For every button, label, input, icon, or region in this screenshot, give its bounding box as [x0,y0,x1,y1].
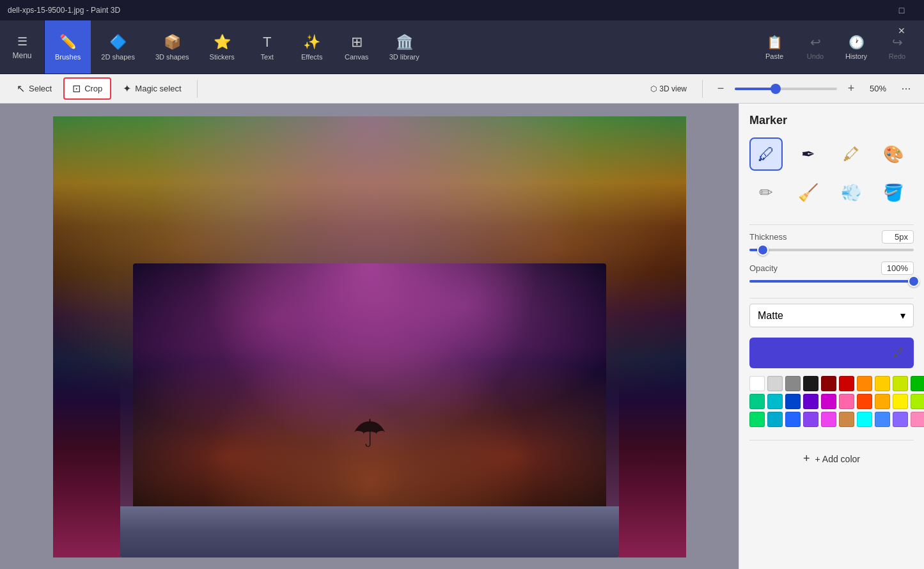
ribbon-tab-brushes[interactable]: ✏️ Brushes [45,20,91,74]
color-cell-18[interactable] [893,394,908,409]
3d-view-button[interactable]: ⬡ 3D view [644,82,693,96]
opacity-label-row: Opacity 100% [749,261,914,275]
thickness-slider-thumb[interactable] [757,244,769,256]
right-panel: Marker 🖊✒🖍🎨✏🧹💨🪣 Thickness 5px Opacity 10… [739,104,924,569]
color-cell-25[interactable] [839,412,854,427]
panel-divider-3 [749,440,914,440]
brush-tool-fill[interactable]: 🪣 [877,176,910,209]
panel-title: Marker [749,114,914,127]
brush-tool-icon-spray: 💨 [841,183,861,203]
select-tool-button[interactable]: ↖ Select [8,77,61,100]
select-label: Select [29,84,52,93]
ribbon-tab-label-3d-shapes: 3D shapes [155,53,189,61]
canvas-area[interactable]: ☂ [0,104,739,569]
zoom-slider[interactable] [735,88,837,90]
color-cell-24[interactable] [821,412,836,427]
color-cell-16[interactable] [857,394,872,409]
3d-view-label: 3D view [659,84,687,93]
current-color-swatch[interactable]: 🖍 [749,338,914,368]
zoom-plus-button[interactable]: + [842,80,860,98]
menu-button[interactable]: ☰ Menu [0,20,45,74]
brush-tool-calligraphy[interactable]: ✒ [792,137,825,171]
color-cell-9[interactable] [911,376,924,391]
ribbon-tab-3d-shapes[interactable]: 📦 3D shapes [145,20,200,74]
umbrella-figure: ☂ [352,411,387,456]
thickness-label-row: Thickness 5px [749,230,914,244]
color-cell-1[interactable] [767,376,783,391]
color-cell-11[interactable] [767,394,783,409]
more-options-button[interactable]: ··· [896,79,916,99]
opacity-slider-thumb[interactable] [908,276,920,287]
color-cell-27[interactable] [875,412,890,427]
ribbon-action-history[interactable]: 🕐 History [837,31,875,64]
crop-tool-button[interactable]: ⊡ Crop [63,77,111,100]
ribbon-action-label-undo: Undo [807,52,824,60]
ribbon-action-icon-history: 🕐 [849,35,865,50]
main-area: ☂ Marker 🖊✒🖍🎨✏🧹💨🪣 Thickness 5px Opacity … [0,104,924,569]
color-cell-13[interactable] [803,394,818,409]
brush-tool-icon-fill: 🪣 [883,183,904,203]
color-cell-7[interactable] [875,376,890,391]
color-cell-23[interactable] [803,412,818,427]
color-cell-29[interactable] [911,412,924,427]
brush-tool-icon-watercolor: 🎨 [883,144,904,164]
texture-dropdown[interactable]: Matte ▾ [749,304,914,327]
brush-tool-spray[interactable]: 💨 [834,176,868,209]
opacity-value: 100% [881,261,914,275]
ribbon-action-label-history: History [845,52,867,60]
brush-tool-watercolor[interactable]: 🎨 [877,137,910,171]
add-color-icon: + [803,452,810,465]
ribbon-tab-3d-library[interactable]: 🏛️ 3D library [379,20,430,74]
ribbon-tab-icon-3d-shapes: 📦 [164,34,181,51]
brush-tool-oil[interactable]: 🖍 [834,137,868,171]
color-cell-14[interactable] [821,394,836,409]
ribbon-tab-icon-effects: ✨ [303,34,320,51]
color-cell-17[interactable] [875,394,890,409]
brush-tool-icon-calligraphy: ✒ [801,144,815,164]
opacity-slider[interactable] [749,280,914,283]
brush-tool-marker[interactable]: 🖊 [749,137,783,171]
ribbon-tab-stickers[interactable]: ⭐ Stickers [200,20,245,74]
toolbar-separator [197,80,198,98]
color-cell-15[interactable] [839,394,854,409]
ribbon-tab-canvas[interactable]: ⊞ Canvas [334,20,379,74]
opacity-label: Opacity [749,263,778,273]
magic-select-button[interactable]: ✦ Magic select [114,77,190,100]
color-cell-22[interactable] [785,412,801,427]
color-cell-3[interactable] [803,376,818,391]
brush-tool-pencil[interactable]: ✏ [749,176,783,209]
brush-tool-eraser[interactable]: 🧹 [792,176,825,209]
color-cell-5[interactable] [839,376,854,391]
menu-icon: ☰ [17,35,27,49]
thickness-slider[interactable] [749,249,914,251]
ribbon-tab-text[interactable]: T Text [245,20,290,74]
zoom-thumb[interactable] [771,84,781,94]
color-cell-8[interactable] [893,376,908,391]
color-cell-28[interactable] [893,412,908,427]
color-cell-2[interactable] [785,376,801,391]
color-cell-6[interactable] [857,376,872,391]
eyedropper-button[interactable]: 🖍 [888,343,909,363]
ribbon-action-paste[interactable]: 📋 Paste [755,31,794,64]
maximize-button[interactable]: □ [887,0,916,20]
color-palette [749,376,914,427]
color-cell-0[interactable] [749,376,765,391]
color-cell-10[interactable] [749,394,765,409]
zoom-minus-button[interactable]: − [712,80,730,98]
color-cell-19[interactable] [911,394,924,409]
panel-divider-1 [749,224,914,225]
color-cell-4[interactable] [821,376,836,391]
add-color-label: + Add color [815,454,860,464]
color-cell-26[interactable] [857,412,872,427]
color-cell-20[interactable] [749,412,765,427]
ribbon-tab-label-brushes: Brushes [55,53,81,61]
thickness-label: Thickness [749,232,787,242]
ribbon-tab-effects[interactable]: ✨ Effects [290,20,334,74]
color-cell-12[interactable] [785,394,801,409]
add-color-button[interactable]: + + Add color [749,446,914,472]
ribbon-tab-2d-shapes[interactable]: 🔷 2D shapes [91,20,145,74]
eyedropper-icon: 🖍 [893,347,904,360]
toolbar-sep-2 [702,80,703,98]
ribbon-action-icon-redo: ↪ [892,35,903,50]
color-cell-21[interactable] [767,412,783,427]
